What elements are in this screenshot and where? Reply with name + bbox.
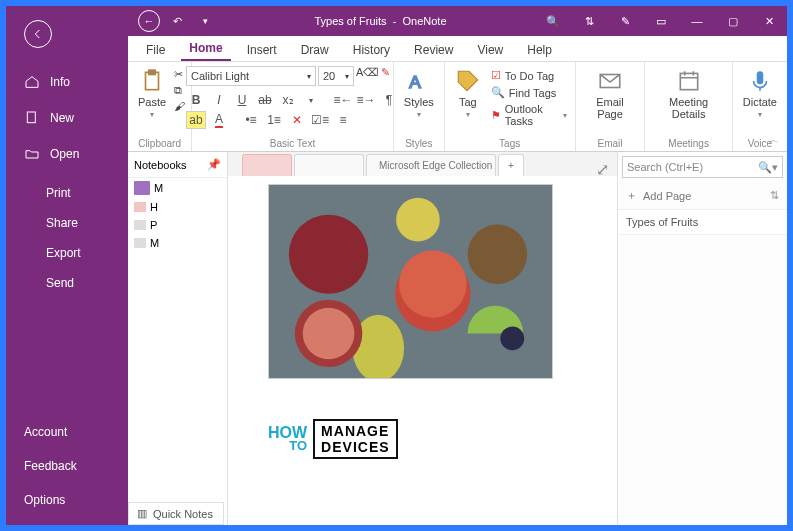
mic-icon [747,68,773,94]
tab-file[interactable]: File [138,39,173,61]
menu-send[interactable]: Send [6,268,128,298]
undo-button[interactable]: ↶ [166,10,188,32]
maximize-button[interactable]: ▢ [715,6,751,36]
outdent-button[interactable]: ≡← [333,91,353,109]
nav-back-button[interactable]: ← [138,10,160,32]
font-size-select[interactable]: 20▾ [318,66,354,86]
calendar-icon [676,68,702,94]
collapse-ribbon-button[interactable]: ︿ [769,133,779,147]
expand-icon[interactable]: ⤢ [596,160,609,179]
add-section-button[interactable]: + [498,154,524,176]
add-page-button[interactable]: ＋ Add Page [626,188,691,203]
section-tab[interactable] [294,154,364,176]
section-tab[interactable] [242,154,292,176]
paste-button[interactable]: Paste ▾ [134,66,170,121]
paste-icon [139,68,165,94]
notebooks-header: Notebooks [134,159,187,171]
dictate-button[interactable]: Dictate ▾ [739,66,781,121]
quick-notes-button[interactable]: ▥ Quick Notes [128,502,224,525]
italic-button[interactable]: I [209,91,229,109]
subscript-button[interactable]: x₂ [278,91,298,109]
todo-tag-button[interactable]: ☑To Do Tag [489,68,569,83]
tab-help[interactable]: Help [519,39,560,61]
menu-new[interactable]: New [6,102,128,134]
menu-feedback[interactable]: Feedback [6,451,128,481]
format-styles-icon[interactable]: ✎ [381,66,390,86]
menu-account[interactable]: Account [6,417,128,447]
close-button[interactable]: ✕ [751,6,787,36]
outlook-tasks-button[interactable]: ⚑Outlook Tasks ▾ [489,102,569,128]
svg-point-11 [468,225,528,284]
align-button[interactable]: ≡ [333,111,353,129]
clear-button[interactable]: ✕ [287,111,307,129]
bold-button[interactable]: B [186,91,206,109]
ribbon-mode-icon[interactable]: ▭ [643,6,679,36]
group-tags-label: Tags [499,136,520,151]
section-item[interactable]: M [128,234,227,252]
section-item[interactable]: H [128,198,227,216]
menu-share[interactable]: Share [6,208,128,238]
svg-rect-0 [27,112,35,123]
search-icon: 🔍▾ [758,161,778,174]
email-page-button[interactable]: Email Page [582,66,639,122]
tag-button[interactable]: Tag ▾ [451,66,485,121]
page-list-item[interactable]: Types of Fruits [618,210,787,235]
section-tabstrip: Microsoft Edge Collection + [228,152,617,176]
menu-new-label: New [50,111,74,125]
quicknotes-icon: ▥ [137,507,147,520]
format-painter-button[interactable]: 🖌 [174,100,185,112]
notebooks-panel: Notebooks 📌 M H P M [128,152,228,525]
menu-info[interactable]: Info [6,66,128,98]
svg-rect-5 [680,73,697,89]
back-button[interactable] [24,20,52,48]
tab-home[interactable]: Home [181,37,230,61]
notebook-icon [134,181,150,195]
tab-insert[interactable]: Insert [239,39,285,61]
search-input[interactable]: Search (Ctrl+E) 🔍▾ [622,156,783,178]
search-placeholder: Search (Ctrl+E) [627,161,703,173]
section-tab-collection[interactable]: Microsoft Edge Collection [366,154,496,176]
window-title: Types of Fruits - OneNote [226,15,535,27]
styles-button[interactable]: A Styles ▾ [400,66,438,121]
find-tags-button[interactable]: 🔍Find Tags [489,85,569,100]
underline-button[interactable]: U [232,91,252,109]
menu-options[interactable]: Options [6,485,128,515]
cut-button[interactable]: ✂ [174,68,185,81]
new-icon [24,110,40,126]
copy-button[interactable]: ⧉ [174,84,185,97]
sync-icon[interactable]: ⇅ [571,6,607,36]
strike-button[interactable]: ab [255,91,275,109]
sort-icon[interactable]: ⇅ [770,189,779,202]
plus-icon: ＋ [626,188,637,203]
checklist-button[interactable]: ☑≡ [310,111,330,129]
svg-point-15 [396,198,440,242]
menu-bar: File Home Insert Draw History Review Vie… [128,36,787,62]
indent-button[interactable]: ≡→ [356,91,376,109]
menu-print[interactable]: Print [6,178,128,208]
meeting-details-button[interactable]: Meeting Details [651,66,725,122]
clear-formatting-button[interactable]: A⌫ [356,66,379,86]
minimize-button[interactable]: — [679,6,715,36]
numbering-button[interactable]: 1≡ [264,111,284,129]
font-color-button[interactable]: A [209,111,229,129]
section-icon [134,238,146,248]
page-canvas[interactable]: Microsoft Edge Collection + ⤢ [228,152,617,525]
font-family-select[interactable]: Calibri Light▾ [186,66,316,86]
tab-view[interactable]: View [469,39,511,61]
svg-point-14 [303,308,355,359]
chevron-down-icon: ▾ [150,110,154,119]
menu-open[interactable]: Open [6,138,128,170]
highlight-button[interactable]: ab [186,111,206,129]
menu-export[interactable]: Export [6,238,128,268]
notebook-item[interactable]: M [128,178,227,198]
qat-dropdown[interactable]: ▾ [194,10,216,32]
section-item[interactable]: P [128,216,227,234]
tab-history[interactable]: History [345,39,398,61]
pen-icon[interactable]: ✎ [607,6,643,36]
tab-draw[interactable]: Draw [293,39,337,61]
tab-review[interactable]: Review [406,39,461,61]
bullets-button[interactable]: •≡ [241,111,261,129]
pin-icon[interactable]: 📌 [207,158,221,171]
superscript-button[interactable]: ▾ [301,91,321,109]
search-titlebar-icon[interactable]: 🔍 [535,6,571,36]
